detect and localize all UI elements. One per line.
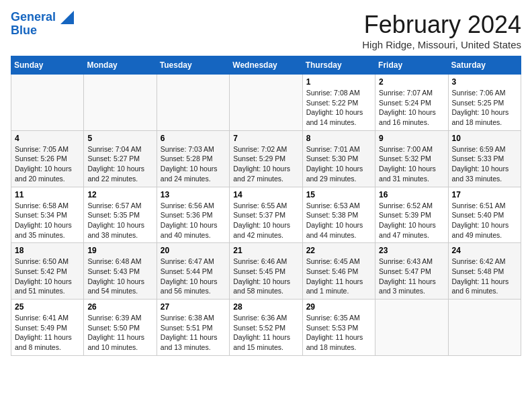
- day-number: 17: [452, 190, 517, 199]
- day-number: 18: [15, 246, 80, 255]
- weekday-header: Monday: [84, 56, 157, 75]
- calendar-cell: 13Sunrise: 6:56 AM Sunset: 5:36 PM Dayli…: [157, 187, 229, 243]
- day-info: Sunrise: 7:00 AM Sunset: 5:32 PM Dayligh…: [379, 144, 444, 184]
- calendar-cell: 14Sunrise: 6:55 AM Sunset: 5:37 PM Dayli…: [230, 187, 302, 243]
- day-number: 15: [306, 190, 371, 199]
- calendar-cell: 22Sunrise: 6:45 AM Sunset: 5:46 PM Dayli…: [302, 243, 375, 300]
- calendar-week-row: 18Sunrise: 6:50 AM Sunset: 5:42 PM Dayli…: [11, 243, 521, 300]
- calendar-week-row: 11Sunrise: 6:58 AM Sunset: 5:34 PM Dayli…: [11, 187, 521, 243]
- weekday-header: Thursday: [302, 56, 375, 75]
- day-info: Sunrise: 6:38 AM Sunset: 5:51 PM Dayligh…: [161, 313, 226, 353]
- day-number: 27: [161, 302, 226, 312]
- day-number: 25: [15, 302, 80, 312]
- calendar-table: SundayMondayTuesdayWednesdayThursdayFrid…: [11, 56, 521, 356]
- day-number: 29: [306, 302, 371, 312]
- day-info: Sunrise: 6:42 AM Sunset: 5:48 PM Dayligh…: [452, 257, 517, 296]
- calendar-cell: 9Sunrise: 7:00 AM Sunset: 5:32 PM Daylig…: [375, 130, 448, 187]
- calendar-cell: 11Sunrise: 6:58 AM Sunset: 5:34 PM Dayli…: [11, 187, 84, 243]
- calendar-cell: 17Sunrise: 6:51 AM Sunset: 5:40 PM Dayli…: [448, 187, 521, 243]
- day-info: Sunrise: 6:39 AM Sunset: 5:50 PM Dayligh…: [87, 313, 152, 353]
- day-info: Sunrise: 7:03 AM Sunset: 5:28 PM Dayligh…: [161, 144, 226, 184]
- day-number: 21: [233, 246, 298, 255]
- weekday-header: Friday: [375, 56, 448, 75]
- day-number: 9: [379, 134, 444, 143]
- day-number: 4: [15, 134, 80, 143]
- day-number: 12: [87, 190, 152, 199]
- day-info: Sunrise: 6:55 AM Sunset: 5:37 PM Dayligh…: [233, 201, 298, 240]
- day-info: Sunrise: 6:50 AM Sunset: 5:42 PM Dayligh…: [15, 257, 80, 296]
- day-number: 2: [379, 77, 444, 87]
- day-info: Sunrise: 6:41 AM Sunset: 5:49 PM Dayligh…: [15, 313, 80, 353]
- calendar-cell: 4Sunrise: 7:05 AM Sunset: 5:26 PM Daylig…: [11, 130, 84, 187]
- day-info: Sunrise: 6:45 AM Sunset: 5:46 PM Dayligh…: [306, 257, 371, 296]
- calendar-week-row: 25Sunrise: 6:41 AM Sunset: 5:49 PM Dayli…: [11, 300, 521, 356]
- day-number: 6: [161, 134, 226, 143]
- calendar-cell: 7Sunrise: 7:02 AM Sunset: 5:29 PM Daylig…: [230, 130, 302, 187]
- calendar-cell: 2Sunrise: 7:07 AM Sunset: 5:24 PM Daylig…: [375, 75, 448, 131]
- day-info: Sunrise: 7:05 AM Sunset: 5:26 PM Dayligh…: [15, 144, 80, 184]
- calendar-cell: [157, 75, 229, 131]
- calendar-cell: 15Sunrise: 6:53 AM Sunset: 5:38 PM Dayli…: [302, 187, 375, 243]
- calendar-cell: 26Sunrise: 6:39 AM Sunset: 5:50 PM Dayli…: [84, 300, 157, 356]
- day-info: Sunrise: 7:04 AM Sunset: 5:27 PM Dayligh…: [87, 144, 152, 184]
- day-number: 24: [452, 246, 517, 255]
- calendar-cell: [375, 300, 448, 356]
- day-info: Sunrise: 7:01 AM Sunset: 5:30 PM Dayligh…: [306, 144, 371, 184]
- day-number: 13: [161, 190, 226, 199]
- calendar-week-row: 4Sunrise: 7:05 AM Sunset: 5:26 PM Daylig…: [11, 130, 521, 187]
- title-area: February 2024 High Ridge, Missouri, Unit…: [362, 11, 521, 50]
- weekday-header: Saturday: [448, 56, 521, 75]
- day-info: Sunrise: 6:48 AM Sunset: 5:43 PM Dayligh…: [87, 257, 152, 296]
- day-number: 7: [233, 134, 298, 143]
- day-number: 3: [452, 77, 517, 87]
- day-info: Sunrise: 6:36 AM Sunset: 5:52 PM Dayligh…: [233, 313, 298, 353]
- calendar-cell: 8Sunrise: 7:01 AM Sunset: 5:30 PM Daylig…: [302, 130, 375, 187]
- day-info: Sunrise: 6:57 AM Sunset: 5:35 PM Dayligh…: [87, 201, 152, 240]
- day-info: Sunrise: 6:51 AM Sunset: 5:40 PM Dayligh…: [452, 201, 517, 240]
- weekday-header: Tuesday: [157, 56, 229, 75]
- calendar-cell: [11, 75, 84, 131]
- day-number: 23: [379, 246, 444, 255]
- calendar-cell: 28Sunrise: 6:36 AM Sunset: 5:52 PM Dayli…: [230, 300, 302, 356]
- calendar-cell: 5Sunrise: 7:04 AM Sunset: 5:27 PM Daylig…: [84, 130, 157, 187]
- day-info: Sunrise: 6:53 AM Sunset: 5:38 PM Dayligh…: [306, 201, 371, 240]
- day-number: 20: [161, 246, 226, 255]
- day-number: 5: [87, 134, 152, 143]
- day-number: 11: [15, 190, 80, 199]
- day-number: 8: [306, 134, 371, 143]
- day-number: 22: [306, 246, 371, 255]
- calendar-cell: 3Sunrise: 7:06 AM Sunset: 5:25 PM Daylig…: [448, 75, 521, 131]
- page-header: General Blue February 2024 High Ridge, M…: [11, 11, 521, 50]
- calendar-cell: [84, 75, 157, 131]
- calendar-cell: 25Sunrise: 6:41 AM Sunset: 5:49 PM Dayli…: [11, 300, 84, 356]
- day-info: Sunrise: 7:08 AM Sunset: 5:22 PM Dayligh…: [306, 88, 371, 128]
- day-info: Sunrise: 6:56 AM Sunset: 5:36 PM Dayligh…: [161, 201, 226, 240]
- day-number: 26: [87, 302, 152, 312]
- weekday-header: Sunday: [11, 56, 84, 75]
- day-info: Sunrise: 7:02 AM Sunset: 5:29 PM Dayligh…: [233, 144, 298, 184]
- day-number: 1: [306, 77, 371, 87]
- calendar-cell: 6Sunrise: 7:03 AM Sunset: 5:28 PM Daylig…: [157, 130, 229, 187]
- day-number: 28: [233, 302, 298, 312]
- day-info: Sunrise: 6:46 AM Sunset: 5:45 PM Dayligh…: [233, 257, 298, 296]
- calendar-cell: 21Sunrise: 6:46 AM Sunset: 5:45 PM Dayli…: [230, 243, 302, 300]
- day-info: Sunrise: 6:43 AM Sunset: 5:47 PM Dayligh…: [379, 257, 444, 296]
- month-title: February 2024: [362, 11, 521, 39]
- calendar-cell: 1Sunrise: 7:08 AM Sunset: 5:22 PM Daylig…: [302, 75, 375, 131]
- calendar-week-row: 1Sunrise: 7:08 AM Sunset: 5:22 PM Daylig…: [11, 75, 521, 131]
- logo-text: General: [11, 11, 74, 24]
- day-info: Sunrise: 7:06 AM Sunset: 5:25 PM Dayligh…: [452, 88, 517, 128]
- day-number: 10: [452, 134, 517, 143]
- day-number: 16: [379, 190, 444, 199]
- calendar-cell: 27Sunrise: 6:38 AM Sunset: 5:51 PM Dayli…: [157, 300, 229, 356]
- calendar-cell: 16Sunrise: 6:52 AM Sunset: 5:39 PM Dayli…: [375, 187, 448, 243]
- calendar-cell: [230, 75, 302, 131]
- calendar-cell: 19Sunrise: 6:48 AM Sunset: 5:43 PM Dayli…: [84, 243, 157, 300]
- calendar-cell: [448, 300, 521, 356]
- logo-blue: Blue: [11, 24, 74, 38]
- day-number: 14: [233, 190, 298, 199]
- weekday-header: Wednesday: [230, 56, 302, 75]
- day-number: 19: [87, 246, 152, 255]
- calendar-cell: 23Sunrise: 6:43 AM Sunset: 5:47 PM Dayli…: [375, 243, 448, 300]
- day-info: Sunrise: 6:35 AM Sunset: 5:53 PM Dayligh…: [306, 313, 371, 353]
